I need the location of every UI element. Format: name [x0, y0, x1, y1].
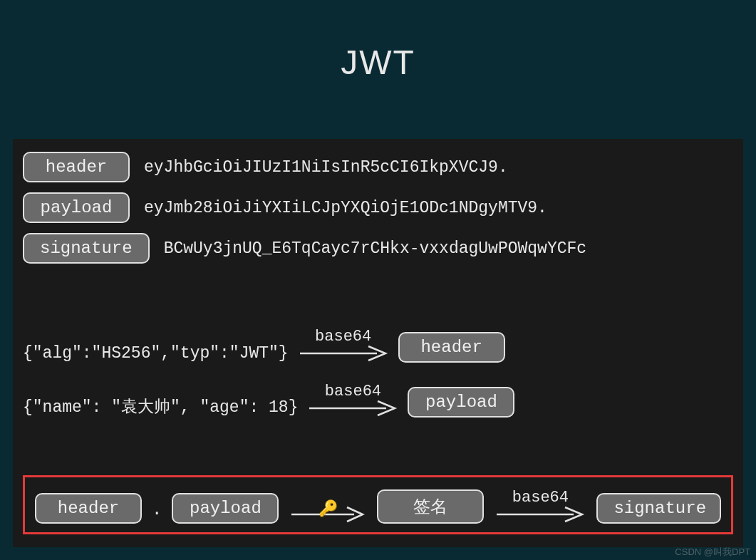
sign-header-pill: header — [35, 493, 142, 524]
signature-row: signature BCwUy3jnUQ_E6TqCayc7rCHkx-vxxd… — [23, 233, 733, 264]
arrow-icon — [306, 399, 399, 418]
payload-json: {"name": "袁大帅", "age": 18} — [23, 395, 298, 418]
header-result-pill: header — [398, 332, 505, 363]
key-icon: 🔑 — [319, 499, 338, 519]
header-pill: header — [23, 152, 130, 182]
header-encoded: eyJhbGciOiJIUzI1NiIsInR5cCI6IkpXVCJ9. — [144, 158, 508, 177]
signing-box: header . payload 🔑 签名 base64 signature — [23, 475, 733, 534]
sign-signature-pill: signature — [596, 493, 721, 524]
signature-pill: signature — [23, 233, 150, 264]
header-json: {"alg":"HS256","typ":"JWT"} — [23, 344, 289, 363]
sign-payload-pill: payload — [172, 493, 279, 524]
arrow-base64-sign: base64 — [494, 489, 586, 524]
payload-encoded: eyJmb28iOiJiYXIiLCJpYXQiOjE1ODc1NDgyMTV9… — [144, 199, 547, 217]
arrow-label-1: base64 — [315, 328, 371, 346]
payload-result-pill: payload — [408, 387, 514, 418]
arrow-payload: base64 — [306, 383, 399, 418]
payload-pill: payload — [23, 192, 130, 223]
signature-encoded: BCwUy3jnUQ_E6TqCayc7rCHkx-vxxdagUwPOWqwY… — [164, 239, 587, 258]
watermark: CSDN @叫我DPT — [675, 546, 750, 559]
slide-title: JWT — [0, 0, 756, 82]
arrow-key: 🔑 — [289, 505, 367, 524]
sign-cn-pill: 签名 — [377, 489, 484, 524]
payload-decode-row: {"name": "袁大帅", "age": 18} base64 payloa… — [23, 383, 733, 418]
arrow-header: base64 — [297, 328, 390, 363]
header-row: header eyJhbGciOiJIUzI1NiIsInR5cCI6IkpXV… — [23, 152, 733, 182]
arrow-label-3: base64 — [512, 489, 569, 507]
payload-row: payload eyJmb28iOiJiYXIiLCJpYXQiOjE1ODc1… — [23, 192, 733, 223]
separator-dot: . — [152, 500, 162, 524]
arrow-label-2: base64 — [325, 383, 381, 400]
content-panel: header eyJhbGciOiJIUzI1NiIsInR5cCI6IkpXV… — [13, 139, 743, 547]
header-decode-row: {"alg":"HS256","typ":"JWT"} base64 heade… — [23, 328, 733, 363]
arrow-icon — [297, 344, 390, 363]
slide: JWT header eyJhbGciOiJIUzI1NiIsInR5cCI6I… — [0, 0, 756, 560]
arrow-icon — [494, 505, 586, 524]
